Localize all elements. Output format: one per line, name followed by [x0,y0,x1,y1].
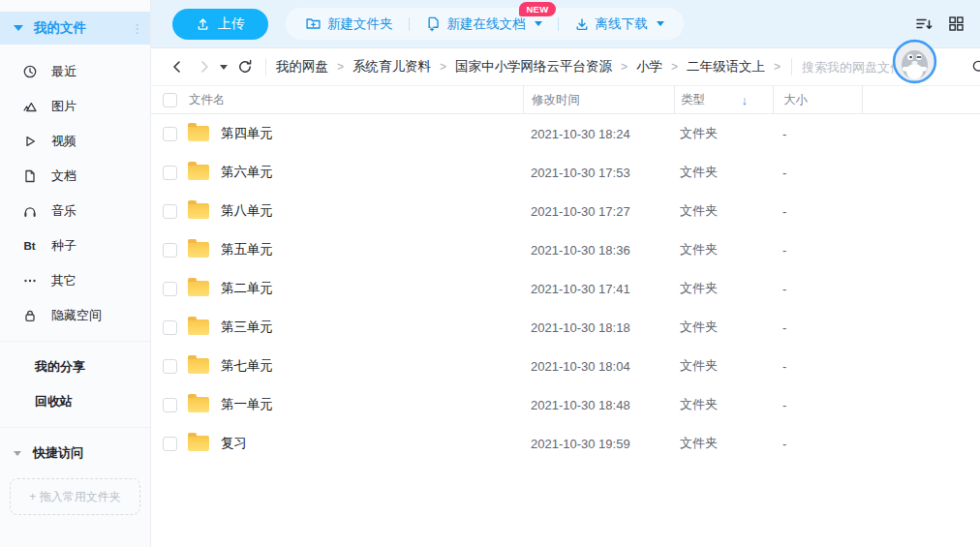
grid-view-icon[interactable] [948,15,965,32]
sidebar-item-label: 隐藏空间 [51,307,102,324]
sidebar-item-my-shares[interactable]: 我的分享 [0,349,150,384]
file-type: 文件夹 [680,241,718,258]
video-icon [21,134,38,150]
offline-download-button[interactable]: 离线下载 [570,15,668,33]
dropzone-hint: + 拖入常用文件夹 [29,489,120,505]
column-header-extra [862,85,980,114]
sidebar-item-music[interactable]: 音乐 [0,194,150,228]
refresh-icon[interactable] [234,56,256,77]
row-checkbox[interactable] [163,437,177,451]
table-row[interactable]: 第二单元 2021-10-30 17:41 文件夹 - [151,269,980,308]
file-list: 第四单元 2021-10-30 18:24 文件夹 - 第六单元 2021-10… [151,114,980,463]
new-online-doc-button[interactable]: NEW 新建在线文档 [421,15,546,33]
sidebar-item-pictures[interactable]: 图片 [0,89,150,124]
more-menu-icon[interactable]: ⋮ [131,26,137,31]
file-modified: 2021-10-30 18:18 [531,320,630,335]
chevron-down-icon [657,21,664,26]
view-controls [915,15,965,33]
new-online-doc-label: 新建在线文档 [447,15,526,33]
file-name[interactable]: 复习 [221,435,247,452]
sort-list-icon[interactable] [915,15,934,33]
column-header-size[interactable]: 大小 [773,85,862,114]
table-row[interactable]: 第五单元 2021-10-30 18:36 文件夹 - [151,230,980,269]
file-name[interactable]: 第四单元 [221,125,273,142]
row-checkbox[interactable] [163,359,177,374]
file-name[interactable]: 第七单元 [221,357,273,375]
sidebar-item-label: 视频 [51,133,77,150]
file-name[interactable]: 第八单元 [221,202,273,220]
file-modified: 2021-10-30 18:04 [531,359,630,374]
sidebar-item-hidden-space[interactable]: 隐藏空间 [0,298,150,333]
breadcrumb-item[interactable]: 国家中小学网络云平台资源 [455,58,612,76]
file-modified: 2021-10-30 19:59 [531,437,630,451]
row-checkbox[interactable] [163,398,177,412]
table-row[interactable]: 第七单元 2021-10-30 18:04 文件夹 - [151,347,980,385]
sidebar-item-torrents[interactable]: Bt 种子 [0,228,150,263]
select-all-checkbox[interactable] [163,93,177,107]
history-caret-icon[interactable] [217,56,230,77]
sidebar-item-recycle-bin[interactable]: 回收站 [0,384,150,419]
back-icon[interactable] [167,56,188,77]
breadcrumb-separator: > [440,60,446,74]
row-checkbox[interactable] [163,243,177,258]
file-modified: 2021-10-30 17:53 [531,166,630,180]
file-size: - [782,127,786,141]
file-size: - [782,243,786,258]
forward-icon[interactable] [194,56,215,77]
file-modified: 2021-10-30 18:48 [531,398,630,412]
expand-triangle-icon[interactable] [14,25,23,31]
column-header-type[interactable]: 类型 ↓ [674,85,773,114]
table-row[interactable]: 复习 2021-10-30 19:59 文件夹 - [151,424,980,463]
sidebar-item-documents[interactable]: 文档 [0,159,150,194]
file-name[interactable]: 第一单元 [221,396,273,413]
quick-access-dropzone[interactable]: + 拖入常用文件夹 [10,478,140,515]
row-checkbox[interactable] [163,282,177,296]
sidebar-item-others[interactable]: 其它 [0,263,150,298]
table-row[interactable]: 第四单元 2021-10-30 18:24 文件夹 - [151,114,980,153]
table-row[interactable]: 第三单元 2021-10-30 18:18 文件夹 - [151,308,980,347]
row-checkbox[interactable] [163,320,177,335]
sidebar-item-quick-access[interactable]: 快捷访问 [0,436,150,471]
file-name[interactable]: 第三单元 [221,319,273,336]
column-label-type: 类型 [681,92,705,108]
table-row[interactable]: 第一单元 2021-10-30 18:48 文件夹 - [151,385,980,424]
expand-triangle-icon[interactable] [14,451,21,456]
folder-icon [188,242,209,258]
file-size: - [782,166,786,180]
new-folder-button[interactable]: 新建文件夹 [301,15,397,33]
magnifier-icon[interactable] [968,56,980,77]
sidebar-item-recent[interactable]: 最近 [0,54,150,89]
sidebar: 我的文件 ⋮ 最近 图片 视频 [0,0,151,547]
row-checkbox[interactable] [163,166,177,180]
sidebar-item-label: 最近 [51,63,77,80]
breadcrumb-item[interactable]: 小学 [636,58,662,76]
file-type: 文件夹 [680,125,718,142]
sidebar-item-my-files[interactable]: 我的文件 ⋮ [0,12,150,45]
sidebar-item-videos[interactable]: 视频 [0,124,150,159]
column-header-name[interactable]: 文件名 [151,92,523,108]
row-checkbox[interactable] [163,127,177,141]
quick-access-label: 快捷访问 [33,444,83,462]
file-size: - [782,359,786,374]
toolbar-separator [558,17,559,31]
file-modified: 2021-10-30 18:36 [531,243,630,258]
sidebar-item-label: 图片 [51,98,77,115]
table-row[interactable]: 第六单元 2021-10-30 17:53 文件夹 - [151,153,980,192]
file-size: - [782,204,786,219]
file-modified: 2021-10-30 17:27 [531,204,630,219]
file-name[interactable]: 第二单元 [221,280,273,297]
sort-desc-icon[interactable]: ↓ [742,93,749,107]
avatar[interactable] [892,39,937,84]
column-header-modified[interactable]: 修改时间 [523,85,674,114]
file-type: 文件夹 [680,202,718,220]
file-name[interactable]: 第六单元 [221,164,273,181]
row-checkbox[interactable] [163,204,177,219]
upload-button[interactable]: 上传 [172,9,268,40]
file-type: 文件夹 [680,319,718,336]
breadcrumb-item-current[interactable]: 二年级语文上 [687,58,765,76]
file-name[interactable]: 第五单元 [221,241,273,258]
breadcrumb-item[interactable]: 系统育儿资料 [352,58,431,76]
table-row[interactable]: 第八单元 2021-10-30 17:27 文件夹 - [151,192,980,230]
breadcrumb-item[interactable]: 我的网盘 [276,58,328,76]
breadcrumb-separator: > [671,60,678,74]
